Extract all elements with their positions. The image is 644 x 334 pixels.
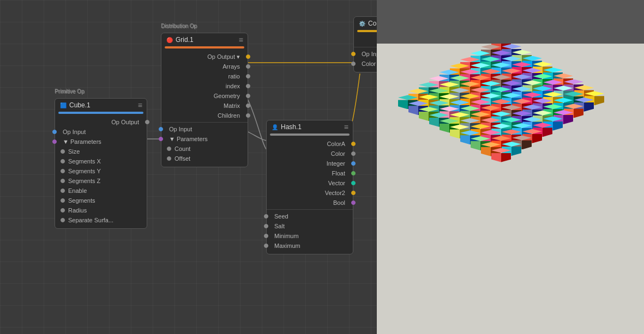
- hash1-header: 👤 Hash.1 ≡: [267, 120, 353, 133]
- cube1-row-opinput: Op Input: [55, 127, 147, 137]
- grid1-port-count[interactable]: [167, 147, 171, 151]
- cube1-bar: [58, 112, 143, 114]
- cube1-header: 🟦 Cube.1 ≡: [55, 99, 147, 112]
- grid1-port-arrays[interactable]: [246, 64, 250, 69]
- grid1-port-children[interactable]: [246, 113, 250, 118]
- grid1-menu[interactable]: ≡: [239, 35, 243, 44]
- grid1-port-opoutput[interactable]: [246, 54, 250, 59]
- colorop1-port-opinput[interactable]: [351, 52, 356, 56]
- hash1-row-colora: ColorA: [267, 139, 353, 149]
- cube-3d-render: [382, 54, 639, 329]
- hash1-port-vector2[interactable]: [351, 191, 356, 195]
- grid1-row-opinput: Op Input: [161, 124, 248, 134]
- grid1-port-ratio[interactable]: [246, 74, 250, 78]
- hash1-bar: [270, 133, 350, 136]
- hash1-port-color[interactable]: [351, 151, 356, 156]
- cube1-row-segments: Segments: [55, 196, 147, 205]
- hash1-row-minimum: Minimum: [267, 231, 353, 241]
- cube1-icon: 🟦: [59, 101, 67, 109]
- node-cube1: Primitive Op 🟦 Cube.1 ≡ Op Output Op Inp…: [55, 98, 147, 229]
- distribution-op-label-text: Distribution Op: [161, 23, 197, 29]
- cube1-port-opoutput-right[interactable]: [145, 120, 149, 124]
- node-grid1: Distribution Op 🔴 Grid.1 ≡ Op Output ▾ A…: [161, 33, 248, 167]
- grid1-row-children: Children: [161, 111, 248, 120]
- cube1-row-sepsurface: Separate Surfa...: [55, 215, 147, 225]
- cube1-port-segy[interactable]: [61, 169, 65, 173]
- hash1-divider: [267, 209, 353, 210]
- hash1-port-integer[interactable]: [351, 161, 356, 166]
- cube1-row-opoutput: Op Output: [55, 117, 147, 127]
- grid1-row-params: ▼ Parameters: [161, 134, 248, 144]
- cube1-port-parameters-left[interactable]: [52, 139, 57, 144]
- cube1-port-segments[interactable]: [61, 198, 65, 203]
- hash1-port-vector[interactable]: [351, 181, 356, 185]
- cube-render-area: [377, 44, 644, 334]
- colorop1-icon: ⚙️: [358, 20, 366, 27]
- hash1-row-color: Color: [267, 149, 353, 159]
- hash1-body: ColorA Color Integer Float Vector Vector…: [267, 138, 353, 254]
- hash1-row-float: Float: [267, 168, 353, 178]
- cube1-title: Cube.1: [69, 101, 91, 109]
- hash1-row-maximum: Maximum: [267, 241, 353, 251]
- cube1-body: Op Output Op Input ▼ Parameters Size Seg…: [55, 116, 147, 228]
- hash1-port-maximum[interactable]: [264, 244, 268, 248]
- cube1-port-sepsurface[interactable]: [61, 218, 65, 222]
- grid1-port-geometry[interactable]: [246, 94, 250, 98]
- grid1-row-matrix: Matrix: [161, 101, 248, 111]
- colorop1-port-color[interactable]: [351, 62, 356, 66]
- cube1-menu[interactable]: ≡: [138, 101, 142, 110]
- hash1-port-colora[interactable]: [351, 142, 356, 146]
- hash1-row-salt: Salt: [267, 221, 353, 231]
- hash1-port-salt[interactable]: [264, 224, 268, 228]
- viewport: [377, 0, 644, 334]
- cube1-port-enable[interactable]: [61, 189, 65, 193]
- grid1-body: Op Output ▾ Arrays ratio index Geometry …: [161, 51, 248, 167]
- grid1-port-opinput[interactable]: [159, 127, 163, 131]
- cube1-port-segx[interactable]: [61, 159, 65, 163]
- grid1-row-geometry: Geometry: [161, 91, 248, 101]
- hash1-row-seed: Seed: [267, 211, 353, 221]
- cube1-row-radius: Radius: [55, 205, 147, 215]
- cube1-port-segz[interactable]: [61, 179, 65, 183]
- hash1-icon: 👤: [271, 123, 279, 131]
- grid1-row-ratio: ratio: [161, 71, 248, 81]
- hash1-row-integer: Integer: [267, 159, 353, 168]
- hash1-title: Hash.1: [281, 123, 302, 131]
- grid1-row-opoutput: Op Output ▾: [161, 52, 248, 62]
- node-hash1: 👤 Hash.1 ≡ ColorA Color Integer Float Ve…: [266, 120, 353, 254]
- grid1-row-index: index: [161, 81, 248, 91]
- hash1-row-bool: Bool: [267, 198, 353, 208]
- grid1-bar: [165, 46, 244, 48]
- grid1-row-offset: Offset: [161, 154, 248, 163]
- cube1-row-segx: Segments X: [55, 156, 147, 166]
- grid1-row-arrays: Arrays: [161, 62, 248, 71]
- cube1-row-enable: Enable: [55, 186, 147, 196]
- grid1-port-matrix[interactable]: [246, 104, 250, 108]
- grid1-row-count: Count: [161, 144, 248, 154]
- cube1-row-segz: Segments Z: [55, 176, 147, 186]
- hash1-port-minimum[interactable]: [264, 234, 268, 238]
- cube1-row-size: Size: [55, 147, 147, 156]
- hash1-port-float[interactable]: [351, 171, 356, 175]
- hash1-port-bool[interactable]: [351, 201, 356, 205]
- grid1-port-index[interactable]: [246, 84, 250, 88]
- cube1-port-size[interactable]: [61, 149, 65, 154]
- hash1-row-vector2: Vector2: [267, 188, 353, 198]
- cube1-row-segy: Segments Y: [55, 166, 147, 176]
- primitive-op-label-text: Primitive Op: [55, 88, 84, 94]
- grid1-port-offset[interactable]: [167, 156, 171, 161]
- hash1-port-seed[interactable]: [264, 214, 268, 218]
- cube1-row-parameters: ▼ Parameters: [55, 137, 147, 147]
- grid1-title: Grid.1: [176, 36, 194, 44]
- grid1-divider: [161, 122, 248, 123]
- hash1-row-vector: Vector: [267, 178, 353, 188]
- grid1-header: 🔴 Grid.1 ≡: [161, 33, 248, 46]
- hash1-menu[interactable]: ≡: [344, 123, 348, 131]
- grid1-port-params[interactable]: [159, 137, 163, 141]
- grid1-icon: 🔴: [166, 36, 173, 44]
- cube1-port-radius[interactable]: [61, 208, 65, 212]
- cube1-port-opinput-left[interactable]: [52, 130, 57, 134]
